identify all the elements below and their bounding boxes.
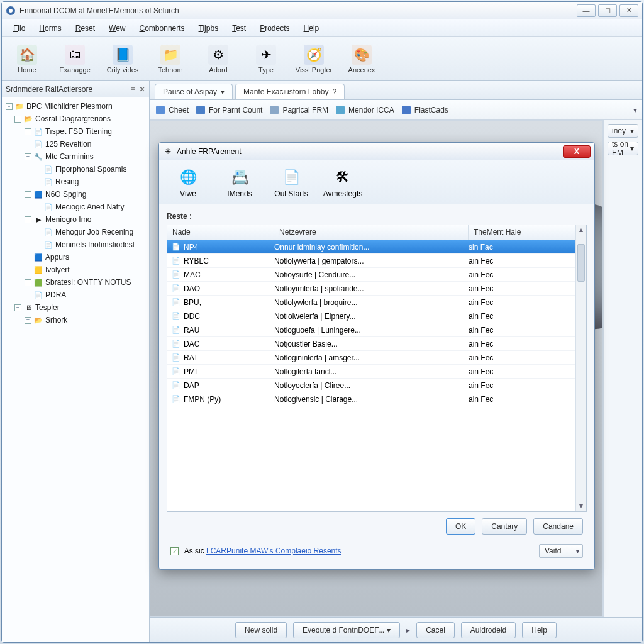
menu-combonnerts[interactable]: Combonnerts (133, 21, 191, 35)
tool-exanagge[interactable]: 🗂Exanagge (55, 45, 95, 74)
tab-pause-of-asipáy[interactable]: Pause of Asipáy ▾ (155, 84, 233, 99)
grid-row[interactable]: 📄RYBLCNotlolywerfa | gempators...ain Fec (167, 254, 575, 268)
tree-node[interactable]: 📄Meninets Inotimstiodest (3, 238, 148, 251)
tool-home[interactable]: 🏠Home (7, 45, 47, 74)
close-button[interactable]: ✕ (619, 4, 638, 17)
menu-wew[interactable]: Wew (103, 21, 131, 35)
menu-filo[interactable]: Filo (7, 21, 31, 35)
tree-node[interactable]: 📄PDRA (3, 289, 148, 301)
sidebar-menu-icon[interactable]: ≡ (131, 85, 135, 94)
dlg-tool-viwe[interactable]: 🌐Viwe (168, 167, 208, 198)
grid-row[interactable]: 📄MACNotioysurte | Cenduire...ain Fec (167, 268, 575, 282)
subtool-mendor-icca[interactable]: Mendor ICCA (335, 104, 394, 116)
dialog-close-button[interactable]: X (563, 145, 591, 158)
tree-node[interactable]: +🟩Sbratesi: ONTFY NOTUS (3, 276, 148, 289)
tool-ancenex[interactable]: 🎨Ancenex (341, 45, 382, 74)
grid-row[interactable]: 📄RATNotlogininlerfa | amsger...ain Fec (167, 351, 575, 365)
checkbox-carpunite[interactable]: ✓ (170, 547, 179, 555)
candane-button[interactable]: Candane (533, 518, 583, 535)
tree-node[interactable]: -📁BPC Milchildrer Plesmorn (3, 100, 148, 113)
scroll-thumb[interactable] (577, 244, 585, 282)
tree-node[interactable]: +🖥Tespler (3, 301, 148, 314)
right-combo[interactable]: ts on EM▾ (608, 142, 638, 155)
new-solid-button[interactable]: New solid (235, 622, 287, 638)
col-thement-hale[interactable]: TheMent Hale (469, 225, 575, 240)
menu-reset[interactable]: Reset (69, 21, 101, 35)
tree-node[interactable]: 📄Resing (3, 175, 148, 188)
tree-toggle-icon[interactable]: + (25, 279, 31, 286)
tree-toggle-icon[interactable]: + (25, 216, 31, 223)
cancel-button[interactable]: Cacel (416, 622, 455, 638)
tree-node[interactable]: +📄Tıspet FSD Titening (3, 125, 148, 138)
grid-scrollbar[interactable]: ▴ ▾ (575, 225, 586, 511)
grid-row[interactable]: 📄DDCNotıolwelerfa | Eipnery...ain Fec (167, 309, 575, 323)
dlg-tool-oul-starts[interactable]: 📄Oul Starts (271, 167, 311, 198)
cell-nade: NP4 (184, 243, 198, 252)
col-netzevrere[interactable]: Netzevrere (274, 225, 469, 240)
grid-row[interactable]: 📄PMLNotlogilerfa faricl...ain Fec (167, 365, 575, 379)
cantary-button[interactable]: Cantary (482, 518, 527, 535)
menu-test[interactable]: Test (226, 21, 252, 35)
grid-row[interactable]: 📄RAUNotloguoefa | Luningere...ain Fec (167, 323, 575, 337)
tree-node[interactable]: +📂Srhork (3, 314, 148, 326)
tree-toggle-icon[interactable]: - (6, 103, 13, 110)
tree-node[interactable]: 📄Mehogur Job Recening (3, 226, 148, 238)
addrodeid-button[interactable]: Auldrodeid (461, 622, 516, 638)
tool-type[interactable]: ✈Type (246, 45, 286, 74)
help-button[interactable]: Help (522, 622, 557, 638)
tree-toggle-icon[interactable]: + (25, 191, 31, 198)
link-carpunite[interactable]: LCARPunite MAW's Complaeio Resents (206, 547, 341, 555)
scroll-down-icon[interactable]: ▾ (576, 501, 586, 510)
menu-horms[interactable]: Horms (33, 21, 67, 35)
tree-node[interactable]: +🔧Mtc Carminins (3, 150, 148, 163)
tree-node[interactable]: 🟦Appurs (3, 251, 148, 264)
subtool-pagrical-frm[interactable]: Pagrical FRM (269, 104, 328, 116)
valid-combo[interactable]: Vaitd (539, 544, 583, 558)
menu-tijpbs[interactable]: Tijpbs (192, 21, 225, 35)
tree-toggle-icon[interactable]: + (14, 304, 21, 311)
sidebar-close-icon[interactable]: ✕ (139, 85, 145, 94)
tool-crily-vides[interactable]: 📘Crily vides (103, 45, 143, 74)
ok-button[interactable]: OK (446, 518, 475, 535)
chevron-down-icon[interactable]: ▾ (633, 106, 637, 114)
tree-toggle-icon[interactable]: + (25, 153, 31, 160)
right-combo[interactable]: iney▾ (608, 124, 638, 138)
tree-node[interactable]: +▶Meniogro Imo (3, 213, 148, 226)
tree-toggle-icon[interactable]: + (25, 128, 31, 135)
tree-node[interactable]: +🟦N6O Spging (3, 188, 148, 201)
grid-row[interactable]: 📄DACNotjoustler Basie...ain Fec (167, 337, 575, 351)
tool-tehnom[interactable]: 📁Tehnom (150, 45, 191, 74)
grid-row[interactable]: 📄NP4Onnur idminlay confimition...sin Fac (167, 240, 575, 254)
tool-vissi-pugter[interactable]: 🧭Vissi Pugter (294, 45, 334, 74)
dialog-body: Reste : Nade Netzevrere TheMent Hale 📄NP… (159, 204, 594, 569)
tree-view[interactable]: -📁BPC Milchildrer Plesmorn-📂Cosral Diagr… (2, 97, 149, 642)
menu-prodects[interactable]: Prodects (253, 21, 296, 35)
imends-icon: 📇 (229, 167, 250, 188)
scroll-up-icon[interactable]: ▴ (576, 225, 586, 234)
grid-rows: 📄NP4Onnur idminlay confimition...sin Fac… (167, 240, 575, 406)
tree-node[interactable]: -📂Cosral Diagrargterions (3, 113, 148, 125)
tool-adord[interactable]: ⚙Adord (198, 45, 238, 74)
dlg-tool-imends[interactable]: 📇IMends (219, 167, 260, 198)
tree-node[interactable]: 📄Meciogic Aned Natty (3, 201, 148, 213)
col-nade[interactable]: Nade (167, 225, 274, 240)
menu-help[interactable]: Help (297, 21, 326, 35)
subtool-cheet[interactable]: Cheet (155, 104, 189, 116)
tree-node[interactable]: 🟨Ivolyert (3, 264, 148, 276)
grid-row[interactable]: 📄FMPN (Py)Notiogivensic | Ciarage...ain … (167, 392, 575, 406)
dlg-tool-avmestegts[interactable]: 🛠Avmestegts (323, 167, 363, 198)
grid-row[interactable]: 📄BPU,Notlolywlerfa | broquire...ain Fec (167, 296, 575, 309)
minimize-button[interactable]: — (577, 4, 596, 17)
tree-node[interactable]: 📄125 Reveltion (3, 138, 148, 150)
grid-row[interactable]: 📄DAONotloyımlerfa | spolıande...ain Fec (167, 282, 575, 296)
maximize-button[interactable]: ◻ (598, 4, 617, 17)
tree-node[interactable]: 📄Fiporphonal Spoamis (3, 163, 148, 175)
subtool-flastcads[interactable]: FlastCads (401, 104, 448, 116)
tree-toggle-icon[interactable]: + (25, 317, 31, 324)
tree-toggle-icon[interactable]: - (14, 116, 21, 123)
grid-row[interactable]: 📄DAPNotloyoclerfa | Cliree...ain Fec (167, 379, 575, 392)
execute-button[interactable]: Eveoute d FontnDOEF... ▾ (293, 622, 400, 638)
tab-mante-exaciustorn-lobby[interactable]: Mante Exaciustorn Lobby ? (235, 84, 345, 99)
cell-nade: RYBLC (184, 257, 209, 265)
subtool-for-parnt-count[interactable]: For Parnt Count (195, 104, 262, 116)
